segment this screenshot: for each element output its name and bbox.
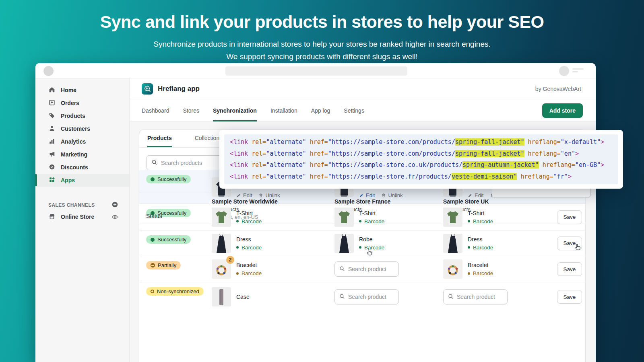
sidebar-item-label: Discounts xyxy=(61,164,88,171)
app-title: Hreflang app xyxy=(158,85,200,93)
nonsync-circle-icon xyxy=(151,290,154,293)
hand-cursor-icon xyxy=(573,243,582,253)
tab-products[interactable]: Products xyxy=(147,130,172,147)
sidebar-item-label: Marketing xyxy=(61,151,87,158)
search-icon xyxy=(339,294,345,300)
product-image-dress xyxy=(212,234,231,253)
product-image-tshirt xyxy=(443,208,462,227)
tab-installation[interactable]: Installation xyxy=(270,99,297,121)
status-badge: Successfully xyxy=(146,175,191,183)
tab-settings[interactable]: Settings xyxy=(344,99,364,121)
barcode-match: Barcode xyxy=(236,245,262,251)
add-channel-button[interactable] xyxy=(111,201,118,209)
product-cell: Case xyxy=(212,287,334,306)
hreflang-app-logo-icon xyxy=(142,83,153,95)
tab-stores[interactable]: Stores xyxy=(183,99,199,121)
apps-grid-icon xyxy=(48,176,56,185)
barcode-partial: Barcode xyxy=(236,270,262,276)
search-product-placeholder: Search product xyxy=(348,266,386,272)
sidebar-item-label: Apps xyxy=(61,177,75,183)
hreflang-code-block: <link rel="alternate" href="https://samp… xyxy=(224,134,618,184)
product-image-tshirt xyxy=(212,208,231,227)
sidebar-item-orders[interactable]: Orders xyxy=(35,97,129,109)
product-cell: Dress Barcode xyxy=(212,234,334,253)
browser-window: Home Orders Products Customers Analytics xyxy=(35,63,596,362)
tab-synchronization[interactable]: Synchronization xyxy=(213,99,257,121)
success-dot-icon xyxy=(151,238,155,242)
product-title: Dress xyxy=(236,236,262,243)
product-cell: 2 Bracelet Barcode xyxy=(212,259,334,279)
table-row: Successfully Dress Barcode Robe Barcode xyxy=(139,230,585,256)
sidebar-item-analytics[interactable]: Analytics xyxy=(35,135,129,148)
search-icon xyxy=(339,266,345,273)
admin-sidebar: Home Orders Products Customers Analytics xyxy=(35,78,130,362)
status-badge: Partially xyxy=(146,261,181,269)
discounts-icon xyxy=(48,163,56,172)
save-button[interactable]: Save xyxy=(557,290,582,304)
duplicate-count-badge: 2 xyxy=(226,256,234,264)
preview-eye-icon[interactable] xyxy=(111,214,118,220)
sales-channels-header: SALES CHANNELS xyxy=(35,200,129,210)
account-name-placeholder xyxy=(572,68,584,70)
sidebar-item-label: Online Store xyxy=(61,214,94,220)
customers-icon xyxy=(48,125,56,133)
hero: Sync and link your products in stores to… xyxy=(0,12,644,65)
code-line: <link rel="alternate" href="https://samp… xyxy=(230,171,613,183)
code-line: <link rel="alternate" href="https://samp… xyxy=(230,148,613,160)
sidebar-item-home[interactable]: Home xyxy=(35,84,129,97)
product-image-case xyxy=(212,287,231,306)
product-title: Bracelet xyxy=(468,262,493,268)
highlighted-slug: veste-demi-saison" xyxy=(452,173,517,180)
sidebar-item-marketing[interactable]: Marketing xyxy=(35,148,129,161)
sidebar-item-customers[interactable]: Customers xyxy=(35,122,129,135)
tab-dashboard[interactable]: Dashboard xyxy=(142,99,169,121)
search-icon xyxy=(151,159,157,167)
success-dot-icon xyxy=(151,177,155,181)
search-product-placeholder: Search product xyxy=(457,294,495,300)
status-badge: Successfully xyxy=(146,235,191,244)
main-content: Hreflang app by GenovaWebArt Dashboard S… xyxy=(130,78,596,362)
sidebar-item-products[interactable]: Products xyxy=(35,109,129,122)
account-avatar-placeholder xyxy=(559,66,569,76)
browser-topbar xyxy=(35,63,596,78)
highlighted-slug: spring-fall-jacket" xyxy=(455,150,524,157)
product-cell: Robe Barcode xyxy=(334,234,443,253)
sidebar-item-label: Customers xyxy=(61,125,90,132)
account-subtext-placeholder xyxy=(572,71,578,72)
table-row: Non-synchronized Case Search product xyxy=(139,282,585,311)
hero-subtitle-2: We support syncing products with differe… xyxy=(0,52,644,61)
sales-channels-label: SALES CHANNELS xyxy=(48,202,95,208)
save-button[interactable]: Save xyxy=(557,262,582,276)
status-badge: Non-synchronized xyxy=(146,287,204,296)
search-product-input[interactable]: Search product xyxy=(443,289,508,304)
barcode-partial: Barcode xyxy=(468,270,493,276)
app-nav-tabs: Dashboard Stores Synchronization Install… xyxy=(130,99,596,122)
browser-address-bar[interactable] xyxy=(225,66,407,76)
add-store-button[interactable]: Add store xyxy=(542,103,583,118)
sidebar-item-apps[interactable]: Apps xyxy=(35,174,129,187)
hand-cursor-icon xyxy=(365,248,374,259)
orders-icon xyxy=(48,99,56,107)
marketing-megaphone-icon xyxy=(48,150,56,159)
hreflang-code-overlay: <link rel="alternate" href="https://samp… xyxy=(219,130,623,189)
sidebar-item-online-store[interactable]: Online Store xyxy=(35,210,129,223)
search-product-placeholder: Search product xyxy=(348,294,386,300)
page-background: Sync and link your products in stores to… xyxy=(0,0,644,362)
search-product-input[interactable]: Search product xyxy=(334,289,399,304)
sidebar-item-discounts[interactable]: Discounts xyxy=(35,161,129,174)
tab-app-log[interactable]: App log xyxy=(311,99,330,121)
tab-collections[interactable]: Collections xyxy=(195,130,222,147)
sidebar-item-label: Home xyxy=(61,87,76,93)
home-icon xyxy=(48,86,56,95)
app-byline: by GenovaWebArt xyxy=(535,86,581,92)
product-cell: Dress Barcode xyxy=(443,234,557,253)
storefront-icon xyxy=(48,213,56,221)
product-image-bracelet: 2 xyxy=(212,259,231,279)
search-product-input[interactable]: Search product xyxy=(334,261,399,277)
product-cell: Bracelet Barcode xyxy=(443,259,557,279)
app-header: Hreflang app by GenovaWebArt xyxy=(130,78,596,99)
partial-minus-icon xyxy=(151,263,155,267)
browser-avatar-placeholder xyxy=(43,66,54,76)
sidebar-item-label: Analytics xyxy=(61,138,86,145)
highlighted-slug: spring-fall-jacket" xyxy=(455,138,524,146)
